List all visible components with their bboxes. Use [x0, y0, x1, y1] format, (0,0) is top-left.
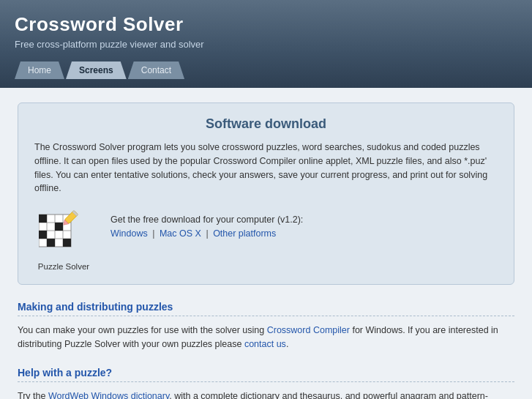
nav-tabs: Home Screens Contact — [15, 61, 517, 79]
nav-tab-home[interactable]: Home — [15, 61, 64, 79]
download-description: The Crossword Solver program lets you so… — [34, 141, 498, 195]
site-title: Crossword Solver — [15, 13, 517, 36]
nav-tab-screens[interactable]: Screens — [66, 61, 127, 79]
crossword-compiler-link[interactable]: Crossword Compiler — [267, 325, 350, 335]
download-get-text: Get the free download for your computer … — [110, 215, 303, 225]
help-heading: Help with a puzzle? — [18, 367, 514, 382]
svg-rect-10 — [47, 239, 55, 247]
help-body: Try the WordWeb Windows dictionary, with… — [18, 389, 514, 399]
help-section: Help with a puzzle? Try the WordWeb Wind… — [18, 367, 514, 399]
sep1: | — [152, 228, 154, 239]
puzzle-solver-icon — [39, 209, 89, 258]
main-content: Software download The Crossword Solver p… — [0, 88, 532, 399]
download-link-windows[interactable]: Windows — [110, 228, 148, 239]
svg-rect-9 — [63, 239, 71, 247]
download-link-other[interactable]: Other platforms — [213, 228, 276, 239]
download-section: Software download The Crossword Solver p… — [18, 102, 514, 285]
svg-rect-11 — [39, 231, 47, 239]
wordweb-link[interactable]: WordWeb Windows dictionary — [48, 391, 169, 399]
svg-rect-8 — [55, 223, 63, 231]
contact-us-link[interactable]: contact us — [244, 339, 286, 349]
puzzle-icon-wrap: Puzzle Solver — [34, 209, 93, 271]
header: Crossword Solver Free cross-platform puz… — [0, 0, 532, 88]
svg-rect-7 — [39, 215, 47, 223]
download-heading: Software download — [34, 116, 498, 132]
making-body: You can make your own puzzles for use wi… — [18, 324, 514, 352]
download-link-macosx[interactable]: Mac OS X — [160, 228, 201, 239]
nav-tab-contact[interactable]: Contact — [128, 61, 184, 79]
making-heading: Making and distributing puzzles — [18, 301, 514, 316]
making-section: Making and distributing puzzles You can … — [18, 301, 514, 352]
download-links: Windows | Mac OS X | Other platforms — [110, 228, 303, 239]
sep2: | — [206, 228, 208, 239]
download-links-area: Get the free download for your computer … — [110, 209, 303, 239]
puzzle-icon-label: Puzzle Solver — [38, 262, 89, 271]
download-box: Puzzle Solver Get the free download for … — [34, 209, 498, 271]
site-subtitle: Free cross-platform puzzle viewer and so… — [15, 39, 517, 50]
